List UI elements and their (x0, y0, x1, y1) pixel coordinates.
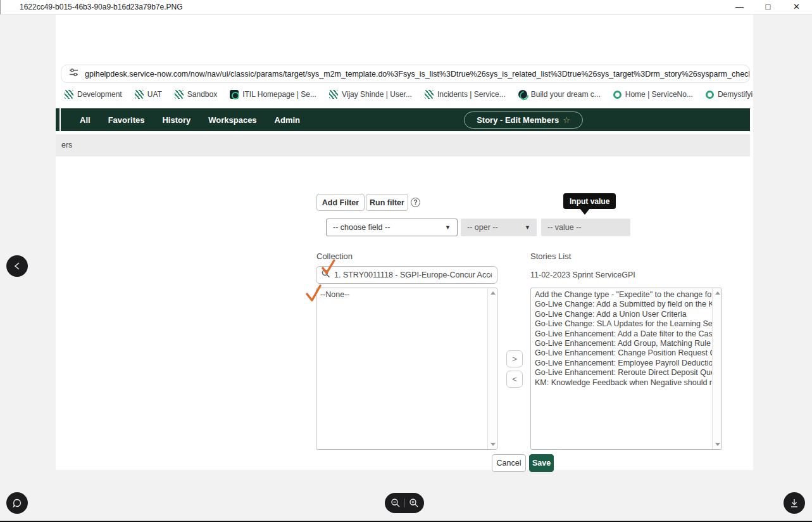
url-text: gpihelpdesk.service-now.com/now/nav/ui/c… (85, 70, 750, 79)
nav-item[interactable]: History (162, 115, 191, 125)
stories-list-label: Stories List (530, 251, 571, 261)
site-settings-icon[interactable] (69, 68, 78, 80)
run-filter-button[interactable]: Run filter (366, 194, 408, 211)
collection-label: Collection (316, 251, 353, 261)
viewer-filename: 1622cc49-b015-46b3-90a9-b16d23a79b7e.PNG (20, 3, 183, 11)
story-list-item[interactable]: Go-Live Enhancement: Change Position Req… (535, 348, 712, 358)
close-button[interactable]: ✕ (782, 0, 811, 15)
address-bar[interactable]: gpihelpdesk.service-now.com/now/nav/ui/c… (61, 65, 750, 83)
context-pill-story-edit-members[interactable]: Story - Edit Members ☆ (464, 111, 583, 129)
bookmark-label: ITIL Homepage | Se... (242, 90, 316, 99)
move-left-button[interactable]: < (506, 371, 523, 388)
bookmark-label: Home | ServiceNo... (625, 90, 693, 99)
tooltip-text: Input value (570, 197, 609, 206)
bookmark-favicon-icon (706, 91, 714, 99)
bookmark-label: Incidents | Service... (437, 90, 506, 99)
bookmark-item[interactable]: UAT (135, 90, 162, 99)
story-list-item[interactable]: Go-Live Change: Add a Submitted by field… (535, 300, 712, 309)
zoom-controls (385, 493, 424, 513)
story-list-item[interactable]: Go-Live Enhancement: Add a Date filter t… (535, 329, 712, 339)
bookmark-item[interactable]: Demystifying Acce... (706, 90, 753, 99)
add-filter-button[interactable]: Add Filter (316, 194, 365, 211)
scroll-down-icon[interactable] (490, 443, 496, 446)
bookmark-item[interactable]: Vijay Shinde | User... (329, 90, 412, 99)
bookmark-favicon-icon (518, 90, 527, 99)
bookmark-item[interactable]: Home | ServiceNo... (613, 90, 693, 99)
bookmark-label: Vijay Shinde | User... (342, 90, 412, 99)
collection-list-item[interactable]: --None-- (320, 290, 487, 300)
move-right-button[interactable]: > (506, 350, 523, 367)
story-list-item[interactable]: Go-Live Enhancement: Reroute Direct Depo… (535, 368, 712, 378)
bookmark-label: Build your dream c... (531, 90, 601, 99)
bookmark-item[interactable]: Sandbox (175, 90, 217, 99)
bookmarks-bar: Development UAT Sandbox ITIL Homepage | … (61, 86, 753, 103)
nav-item[interactable]: All (80, 115, 91, 125)
bookmark-favicon-icon (329, 90, 338, 99)
input-value-tooltip: Input value (563, 193, 616, 209)
bookmark-label: Development (77, 90, 122, 99)
help-icon[interactable]: ? (411, 198, 420, 207)
story-list-item[interactable]: Go-Live Enhancement: Employee Payroll De… (535, 359, 712, 368)
tooltip-tail (580, 208, 590, 215)
nav-item[interactable]: Admin (275, 115, 300, 125)
chat-bubble-icon (12, 498, 22, 508)
minimize-button[interactable]: — (725, 0, 754, 15)
sprint-name: 11-02-2023 Sprint ServiceGPI (530, 271, 635, 279)
collection-search-value: 1. STRY0011118 - SGPI-Europe-Concur Acce… (334, 271, 492, 279)
chevron-down-icon: ▼ (525, 224, 530, 231)
bookmark-item[interactable]: Development (65, 90, 122, 99)
collection-listbox[interactable]: --None-- (316, 288, 497, 450)
story-list-item[interactable]: Add the Change type - "Expedite" to the … (535, 290, 712, 300)
story-list-item[interactable]: Go-Live Change: SLA Updates for the Lear… (535, 319, 712, 329)
collection-scrollbar[interactable] (487, 288, 497, 449)
download-icon (790, 499, 799, 508)
zoom-out-icon (390, 498, 401, 508)
cancel-button[interactable]: Cancel (492, 454, 526, 472)
bookmark-favicon-icon (425, 90, 434, 99)
bookmark-favicon-icon (135, 90, 144, 99)
bookmark-item[interactable]: ITIL Homepage | Se... (230, 90, 316, 99)
value-input[interactable]: -- value -- (541, 219, 630, 236)
zoom-in-button[interactable] (409, 498, 419, 508)
story-list-item[interactable]: KM: Knowledge Feedback when Negative sho… (535, 378, 712, 388)
operator-select[interactable]: -- oper -- ▼ (461, 219, 537, 236)
favorite-star-icon[interactable]: ☆ (563, 115, 570, 125)
bookmark-item[interactable]: Build your dream c... (518, 90, 601, 99)
download-button[interactable] (784, 492, 805, 514)
bookmark-favicon-icon (230, 90, 239, 99)
search-icon (322, 269, 330, 281)
bookmark-favicon-icon (613, 91, 621, 99)
servicenow-nav-bar: AllFavoritesHistoryWorkspacesAdmin (61, 108, 750, 131)
zoom-in-icon (409, 498, 419, 508)
scroll-up-icon[interactable] (490, 291, 496, 295)
choose-field-select[interactable]: -- choose field -- ▼ (326, 219, 458, 236)
stories-listbox[interactable]: Add the Change type - "Expedite" to the … (530, 288, 722, 450)
nav-item[interactable]: Workspaces (208, 115, 256, 125)
scroll-up-icon[interactable] (715, 291, 720, 295)
bookmark-label: Sandbox (187, 90, 217, 99)
viewer-title-bar: 1622cc49-b015-46b3-90a9-b16d23a79b7e.PNG… (0, 0, 812, 15)
previous-image-button[interactable] (6, 255, 28, 277)
story-list-item[interactable]: Go-Live Change: Add a Union User Criteri… (535, 310, 712, 319)
chevron-down-icon: ▼ (445, 224, 451, 231)
stories-scrollbar[interactable] (712, 288, 721, 449)
zoom-out-button[interactable] (390, 498, 401, 508)
divider (404, 499, 405, 507)
context-pill-label: Story - Edit Members (477, 115, 559, 125)
nav-item[interactable]: Favorites (108, 115, 145, 125)
bookmark-label: UAT (147, 90, 162, 99)
story-list-item[interactable]: Go-Live Enhancement: Add Group, Matching… (535, 339, 712, 348)
bookmark-label: Demystifying Acce... (718, 90, 753, 99)
save-button[interactable]: Save (529, 454, 554, 472)
comments-button[interactable] (6, 492, 28, 514)
bookmark-item[interactable]: Incidents | Service... (425, 90, 506, 99)
panel-header-strip: ers (56, 134, 750, 156)
bookmark-favicon-icon (65, 90, 73, 99)
panel-header-text: ers (61, 141, 72, 150)
maximize-button[interactable]: □ (754, 0, 782, 15)
chevron-left-icon (13, 262, 21, 271)
nav-edge-sliver (56, 108, 59, 131)
collection-search-input[interactable]: 1. STRY0011118 - SGPI-Europe-Concur Acce… (316, 266, 497, 284)
scroll-down-icon[interactable] (715, 443, 720, 446)
bookmark-favicon-icon (175, 90, 184, 99)
